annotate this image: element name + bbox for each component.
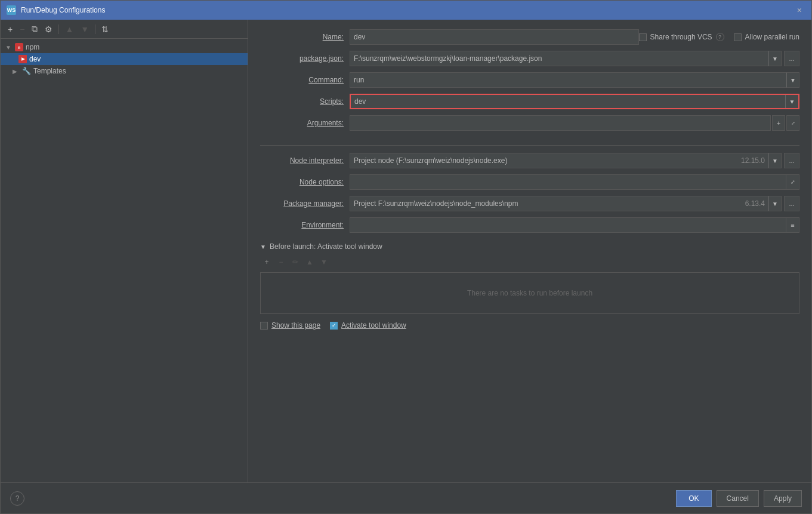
tree-dev-item[interactable]: ▶ dev xyxy=(1,53,248,65)
package-json-input[interactable] xyxy=(350,51,768,66)
close-button[interactable]: × xyxy=(794,4,805,16)
scripts-row: Scripts: ▼ xyxy=(260,94,799,109)
move-down-button[interactable]: ▼ xyxy=(78,23,91,35)
run-debug-dialog: WS Run/Debug Configurations × + − ⧉ ⚙ ▲ … xyxy=(0,0,812,514)
scripts-dropdown-btn[interactable]: ▼ xyxy=(785,95,798,108)
command-row: Command: ▼ xyxy=(260,72,799,88)
allow-parallel-checkbox[interactable] xyxy=(734,33,742,41)
left-panel: + − ⧉ ⚙ ▲ ▼ ⇅ ▼ n npm ▶ xyxy=(1,20,248,482)
separator xyxy=(260,145,799,146)
node-interpreter-dropdown-btn[interactable]: ▼ xyxy=(768,153,782,168)
help-button[interactable]: ? xyxy=(10,491,24,506)
share-vcs-label: Share through VCS xyxy=(650,33,712,41)
title-bar-left: WS Run/Debug Configurations xyxy=(7,5,105,15)
package-json-label: package.json: xyxy=(260,54,350,63)
allow-parallel-label: Allow parallel run xyxy=(745,33,799,41)
cancel-button[interactable]: Cancel xyxy=(717,490,759,507)
allow-parallel-option: Allow parallel run xyxy=(734,33,799,41)
ok-button[interactable]: OK xyxy=(676,490,711,507)
node-interpreter-label: Node interpreter: xyxy=(260,156,350,165)
command-input[interactable] xyxy=(350,72,786,88)
launch-remove-btn[interactable]: − xyxy=(274,256,288,269)
npm-icon: n xyxy=(15,43,23,51)
scripts-input[interactable] xyxy=(351,95,785,108)
config-tree: ▼ n npm ▶ dev ▶ 🔧 Templates xyxy=(1,39,248,482)
npm-label: npm xyxy=(26,43,39,51)
name-label: Name: xyxy=(260,33,350,41)
node-input-wrapper: Project node (F:\sunzrqm\weiz\nodejs\nod… xyxy=(350,153,782,168)
node-version-display: 12.15.0 xyxy=(737,153,768,168)
environment-group: ≡ xyxy=(350,217,799,233)
launch-toolbar: + − ✏ ▲ ▼ xyxy=(260,256,799,269)
package-manager-wrapper: Project F:\sunzrqm\weiz\nodejs\node_modu… xyxy=(350,196,782,211)
arguments-row: Arguments: + ⤢ xyxy=(260,115,799,131)
node-options-row: Node options: ⤢ xyxy=(260,174,799,190)
command-input-group: ▼ xyxy=(350,72,799,88)
show-page-checkbox[interactable] xyxy=(260,322,268,330)
move-up-button[interactable]: ▲ xyxy=(63,23,76,35)
package-json-input-group: ▼ ... xyxy=(350,51,799,66)
activate-tool-item: ✓ Activate tool window xyxy=(330,321,406,330)
node-options-label: Node options: xyxy=(260,178,350,186)
package-manager-dropdown-btn[interactable]: ▼ xyxy=(768,196,782,211)
sort-button[interactable]: ⇅ xyxy=(99,23,111,35)
package-manager-version: 6.13.4 xyxy=(742,196,768,211)
right-panel: Name: Share through VCS ? Allow parallel… xyxy=(248,20,811,482)
launch-up-btn[interactable]: ▲ xyxy=(303,256,316,269)
templates-arrow: ▶ xyxy=(13,68,20,75)
launch-edit-btn[interactable]: ✏ xyxy=(289,256,302,269)
node-interpreter-group: Project node (F:\sunzrqm\weiz\nodejs\nod… xyxy=(350,153,799,168)
main-content: + − ⧉ ⚙ ▲ ▼ ⇅ ▼ n npm ▶ xyxy=(1,20,811,482)
npm-arrow: ▼ xyxy=(5,44,13,51)
no-tasks-message: There are no tasks to run before launch xyxy=(467,289,592,297)
package-json-browse-btn[interactable]: ... xyxy=(784,51,799,66)
dev-icon: ▶ xyxy=(18,55,27,63)
node-options-input[interactable] xyxy=(350,174,786,190)
package-manager-group: Project F:\sunzrqm\weiz\nodejs\node_modu… xyxy=(350,196,799,211)
environment-edit-btn[interactable]: ≡ xyxy=(786,217,799,233)
package-json-dropdown-btn[interactable]: ▼ xyxy=(768,51,782,66)
package-manager-display[interactable]: Project F:\sunzrqm\weiz\nodejs\node_modu… xyxy=(350,196,742,211)
settings-config-button[interactable]: ⚙ xyxy=(42,23,55,35)
environment-row: Environment: ≡ xyxy=(260,217,799,233)
tree-templates-item[interactable]: ▶ 🔧 Templates xyxy=(1,65,248,77)
show-page-item: Show this page xyxy=(260,321,320,330)
node-options-expand-btn[interactable]: ⤢ xyxy=(786,174,799,190)
bottom-checkboxes: Show this page ✓ Activate tool window xyxy=(260,321,799,330)
name-input[interactable] xyxy=(350,29,639,45)
templates-label: Templates xyxy=(33,67,66,75)
arguments-add-btn[interactable]: + xyxy=(772,115,785,131)
package-manager-row: Package manager: Project F:\sunzrqm\weiz… xyxy=(260,196,799,211)
scripts-label: Scripts: xyxy=(260,97,350,106)
command-dropdown-btn[interactable]: ▼ xyxy=(786,72,799,88)
launch-add-btn[interactable]: + xyxy=(260,256,273,269)
remove-config-button[interactable]: − xyxy=(17,23,27,35)
arguments-expand-btn[interactable]: ⤢ xyxy=(786,115,799,131)
copy-config-button[interactable]: ⧉ xyxy=(29,23,40,35)
package-manager-browse-btn[interactable]: ... xyxy=(784,196,799,211)
share-vcs-help[interactable]: ? xyxy=(716,33,724,41)
launch-down-btn[interactable]: ▼ xyxy=(317,256,331,269)
webstorm-icon: WS xyxy=(7,5,16,15)
add-config-button[interactable]: + xyxy=(5,23,15,35)
share-vcs-checkbox[interactable] xyxy=(639,33,647,41)
arguments-label: Arguments: xyxy=(260,119,350,127)
environment-input[interactable] xyxy=(350,217,786,233)
action-buttons: OK Cancel Apply xyxy=(676,490,802,507)
node-interpreter-display[interactable]: Project node (F:\sunzrqm\weiz\nodejs\nod… xyxy=(350,153,737,168)
activate-tool-label: Activate tool window xyxy=(341,321,406,330)
apply-button[interactable]: Apply xyxy=(764,490,802,507)
launch-tasks-area: There are no tasks to run before launch xyxy=(260,272,799,314)
before-launch-title: Before launch: Activate tool window xyxy=(270,242,382,251)
package-manager-label: Package manager: xyxy=(260,199,350,208)
tree-npm-group[interactable]: ▼ n npm xyxy=(1,41,248,53)
package-json-dropdown-group: ▼ xyxy=(350,51,782,66)
dev-label: dev xyxy=(29,55,41,63)
arguments-input[interactable] xyxy=(350,115,771,131)
node-interpreter-browse-btn[interactable]: ... xyxy=(784,153,799,168)
before-launch-header: ▼ Before launch: Activate tool window xyxy=(260,242,799,251)
activate-tool-checkbox[interactable]: ✓ xyxy=(330,322,338,330)
top-options: Share through VCS ? Allow parallel run xyxy=(639,33,799,41)
before-launch-collapse[interactable]: ▼ xyxy=(260,244,266,250)
arguments-input-group: + ⤢ xyxy=(350,115,799,131)
